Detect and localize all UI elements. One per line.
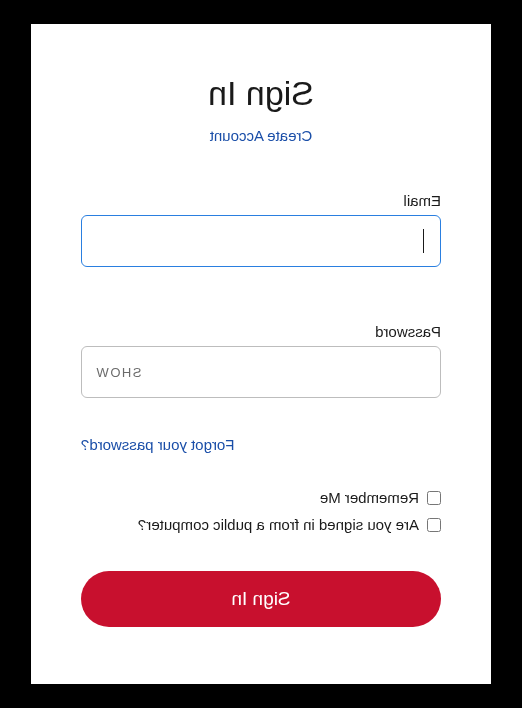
remember-me-row: Remember Me [81,489,441,506]
sign-in-card: Sign In Create Account Email Password SH… [31,24,491,684]
email-label: Email [81,192,441,209]
public-computer-checkbox[interactable] [427,518,441,532]
password-input-wrapper: SHOW [81,346,441,398]
password-label: Password [81,323,441,340]
sign-in-button[interactable]: Sign In [81,571,441,627]
password-field-group: Password SHOW [81,323,441,398]
remember-me-checkbox[interactable] [427,491,441,505]
page-title: Sign In [81,74,441,113]
text-caret [423,229,424,253]
forgot-password-link[interactable]: Forgot your password? [81,436,234,453]
email-input[interactable] [81,215,441,267]
public-computer-label[interactable]: Are you signed in from a public computer… [138,516,419,533]
create-account-link[interactable]: Create Account [81,127,441,144]
show-password-toggle[interactable]: SHOW [95,365,141,380]
email-field-group: Email [81,192,441,267]
public-computer-row: Are you signed in from a public computer… [81,516,441,533]
remember-me-label[interactable]: Remember Me [320,489,419,506]
